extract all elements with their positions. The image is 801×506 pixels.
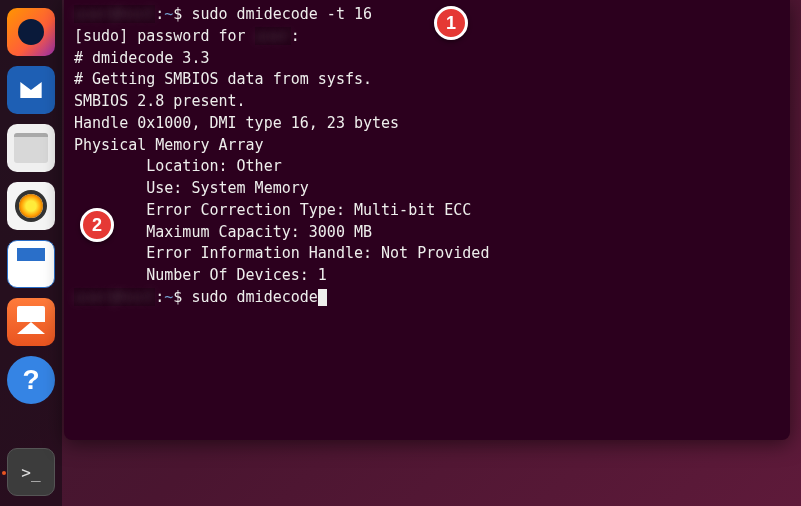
cursor-icon: [318, 289, 327, 306]
pma-header: Physical Memory Array: [74, 135, 780, 157]
location-line: Location: Other: [74, 156, 780, 178]
files-icon[interactable]: [7, 124, 55, 172]
dock: [0, 0, 62, 506]
rhythmbox-icon[interactable]: [7, 182, 55, 230]
active-indicator: [2, 471, 6, 475]
ecc-line: Error Correction Type: Multi-bit ECC: [74, 200, 780, 222]
dmidecode-version: # dmidecode 3.3: [74, 48, 780, 70]
smbios-present: SMBIOS 2.8 present.: [74, 91, 780, 113]
command-2: sudo dmidecode: [191, 288, 317, 306]
handle-line: Handle 0x1000, DMI type 16, 23 bytes: [74, 113, 780, 135]
terminal-icon[interactable]: [7, 448, 55, 496]
use-line: Use: System Memory: [74, 178, 780, 200]
num-devices-line: Number Of Devices: 1: [74, 265, 780, 287]
ubuntu-software-icon[interactable]: [7, 298, 55, 346]
annotation-callout-2: 2: [80, 208, 114, 242]
error-info-line: Error Information Handle: Not Provided: [74, 243, 780, 265]
annotation-callout-1: 1: [434, 6, 468, 40]
prompt-line-1: user@host:~$ sudo dmidecode -t 16: [74, 4, 780, 26]
smbios-getting: # Getting SMBIOS data from sysfs.: [74, 69, 780, 91]
prompt-line-2: user@host:~$ sudo dmidecode: [74, 287, 780, 309]
help-icon[interactable]: [7, 356, 55, 404]
command-1: sudo dmidecode -t 16: [191, 5, 372, 23]
maxcap-line: Maximum Capacity: 3000 MB: [74, 222, 780, 244]
terminal-window[interactable]: user@host:~$ sudo dmidecode -t 16 [sudo]…: [64, 0, 790, 440]
firefox-icon[interactable]: [7, 8, 55, 56]
sudo-password-line: [sudo] password for user:: [74, 26, 780, 48]
thunderbird-icon[interactable]: [7, 66, 55, 114]
libreoffice-writer-icon[interactable]: [7, 240, 55, 288]
